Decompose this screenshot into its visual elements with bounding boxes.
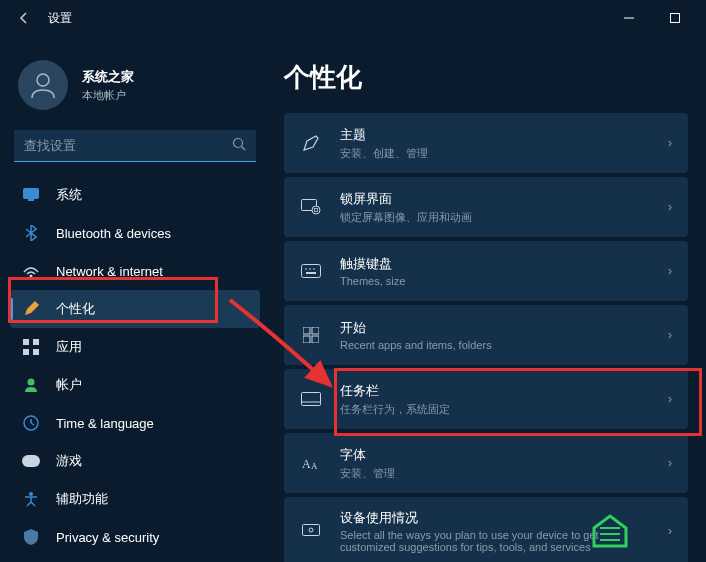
user-section[interactable]: 系统之家 本地帐户 (10, 48, 260, 130)
svg-point-20 (305, 268, 307, 270)
nav-personalization[interactable]: 个性化 (10, 290, 260, 328)
accessibility-icon (22, 490, 40, 508)
nav-label: 个性化 (56, 300, 95, 318)
setting-desc: 锁定屏幕图像、应用和动画 (340, 210, 650, 225)
personalize-icon (22, 300, 40, 318)
back-button[interactable] (8, 2, 40, 34)
svg-rect-1 (671, 14, 680, 23)
watermark (590, 508, 700, 556)
accounts-icon (22, 376, 40, 394)
start-icon (300, 324, 322, 346)
setting-taskbar[interactable]: 任务栏 任务栏行为，系统固定 › (284, 369, 688, 429)
svg-rect-19 (302, 265, 321, 278)
svg-line-4 (242, 146, 246, 150)
chevron-right-icon: › (668, 328, 672, 342)
user-name: 系统之家 (82, 68, 134, 86)
privacy-icon (22, 528, 40, 546)
setting-themes[interactable]: 主题 安装、创建、管理 › (284, 113, 688, 173)
fonts-icon: AA (300, 452, 322, 474)
svg-rect-11 (33, 349, 39, 355)
nav-system[interactable]: 系统 (10, 176, 260, 214)
nav-privacy[interactable]: Privacy & security (10, 518, 260, 556)
window-title: 设置 (48, 10, 72, 27)
svg-rect-6 (28, 199, 34, 201)
svg-rect-24 (303, 327, 310, 334)
svg-text:A: A (311, 461, 318, 471)
svg-point-17 (312, 206, 320, 214)
setting-lockscreen[interactable]: 锁屏界面 锁定屏幕图像、应用和动画 › (284, 177, 688, 237)
minimize-button[interactable] (606, 2, 652, 34)
time-icon (22, 414, 40, 432)
nav-network[interactable]: Network & internet (10, 252, 260, 290)
system-icon (22, 186, 40, 204)
network-icon (22, 262, 40, 280)
nav-apps[interactable]: 应用 (10, 328, 260, 366)
maximize-button[interactable] (652, 2, 698, 34)
setting-fonts[interactable]: AA 字体 安装、管理 › (284, 433, 688, 493)
keyboard-icon (300, 260, 322, 282)
nav-label: 应用 (56, 338, 82, 356)
setting-title: 开始 (340, 319, 650, 337)
svg-point-22 (313, 268, 315, 270)
setting-title: 字体 (340, 446, 650, 464)
chevron-right-icon: › (668, 392, 672, 406)
svg-rect-10 (23, 349, 29, 355)
svg-point-15 (29, 492, 33, 496)
device-usage-icon (300, 520, 322, 542)
setting-start[interactable]: 开始 Recent apps and items, folders › (284, 305, 688, 365)
nav-label: 帐户 (56, 376, 82, 394)
svg-rect-28 (302, 393, 321, 406)
svg-rect-26 (303, 336, 310, 343)
nav-windows-update[interactable]: Windows Update (10, 556, 260, 562)
svg-point-3 (234, 138, 243, 147)
svg-rect-9 (33, 339, 39, 345)
nav-label: 系统 (56, 186, 82, 204)
setting-title: 锁屏界面 (340, 190, 650, 208)
nav-label: Network & internet (56, 264, 163, 279)
nav-accessibility[interactable]: 辅助功能 (10, 480, 260, 518)
setting-desc: Recent apps and items, folders (340, 339, 650, 351)
svg-rect-23 (306, 272, 316, 274)
svg-point-33 (309, 528, 313, 532)
bluetooth-icon (22, 224, 40, 242)
setting-desc: Themes, size (340, 275, 650, 287)
svg-text:A: A (302, 457, 311, 471)
chevron-right-icon: › (668, 456, 672, 470)
themes-icon (300, 132, 322, 154)
svg-point-12 (28, 379, 35, 386)
window-controls (606, 2, 698, 34)
chevron-right-icon: › (668, 264, 672, 278)
lockscreen-icon (300, 196, 322, 218)
svg-rect-27 (312, 336, 319, 343)
search-box[interactable] (14, 130, 256, 162)
titlebar: 设置 (0, 0, 706, 36)
apps-icon (22, 338, 40, 356)
nav-bluetooth[interactable]: Bluetooth & devices (10, 214, 260, 252)
setting-title: 任务栏 (340, 382, 650, 400)
svg-rect-14 (22, 455, 40, 467)
nav-time-language[interactable]: Time & language (10, 404, 260, 442)
nav-list: 系统 Bluetooth & devices Network & interne… (10, 176, 260, 562)
nav-accounts[interactable]: 帐户 (10, 366, 260, 404)
sidebar: 系统之家 本地帐户 系统 Bluetooth & devices Network… (0, 36, 270, 562)
setting-touch-keyboard[interactable]: 触摸键盘 Themes, size › (284, 241, 688, 301)
svg-rect-8 (23, 339, 29, 345)
gaming-icon (22, 452, 40, 470)
svg-point-7 (30, 275, 33, 278)
svg-point-2 (37, 74, 49, 86)
setting-title: 主题 (340, 126, 650, 144)
nav-label: 游戏 (56, 452, 82, 470)
search-icon (232, 137, 246, 155)
nav-gaming[interactable]: 游戏 (10, 442, 260, 480)
chevron-right-icon: › (668, 200, 672, 214)
svg-point-21 (309, 268, 311, 270)
page-title: 个性化 (284, 60, 688, 95)
settings-list: 主题 安装、创建、管理 › 锁屏界面 锁定屏幕图像、应用和动画 › 触摸键盘 T… (284, 113, 688, 562)
svg-rect-25 (312, 327, 319, 334)
nav-label: Time & language (56, 416, 154, 431)
nav-label: Bluetooth & devices (56, 226, 171, 241)
search-input[interactable] (24, 138, 232, 153)
taskbar-icon (300, 388, 322, 410)
svg-rect-5 (24, 189, 39, 199)
setting-title: 触摸键盘 (340, 255, 650, 273)
